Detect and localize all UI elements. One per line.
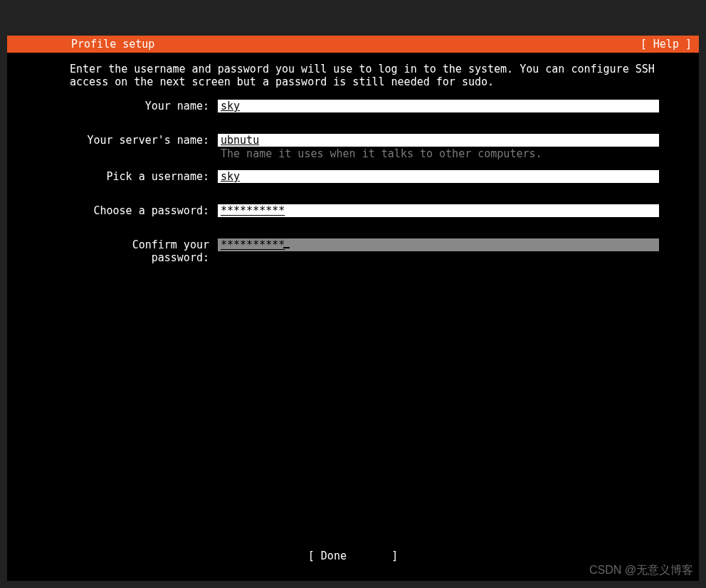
page-title: Profile setup (71, 38, 154, 51)
label-confirm-password: Confirm your password: (70, 238, 218, 264)
label-your-name: Your name: (70, 100, 218, 112)
row-server-name: Your server's name: ubnutu The name it u… (70, 134, 670, 160)
text-cursor (283, 247, 290, 248)
label-username: Pick a username: (70, 170, 218, 183)
label-server-name: Your server's name: (70, 134, 218, 147)
input-username[interactable]: sky (218, 170, 659, 183)
watermark: CSDN @无意义博客 (589, 563, 693, 578)
row-username: Pick a username: sky (70, 170, 670, 183)
row-your-name: Your name: sky (70, 100, 670, 112)
input-server-name[interactable]: ubnutu (218, 134, 659, 147)
instructions-text: Enter the username and password you will… (70, 63, 670, 88)
input-password[interactable]: ********** (218, 204, 659, 217)
input-your-name[interactable]: sky (218, 100, 659, 112)
row-confirm-password: Confirm your password: ********** (70, 238, 670, 264)
installer-window: Profile setup [ Help ] Enter the usernam… (7, 36, 699, 581)
hint-server-name: The name it uses when it talks to other … (218, 147, 659, 160)
content-area: Enter the username and password you will… (7, 53, 699, 550)
row-password: Choose a password: ********** (70, 204, 670, 217)
help-button[interactable]: [ Help ] (641, 38, 692, 51)
title-bar: Profile setup [ Help ] (7, 36, 699, 53)
label-password: Choose a password: (70, 204, 218, 217)
input-confirm-password[interactable]: ********** (218, 238, 659, 251)
